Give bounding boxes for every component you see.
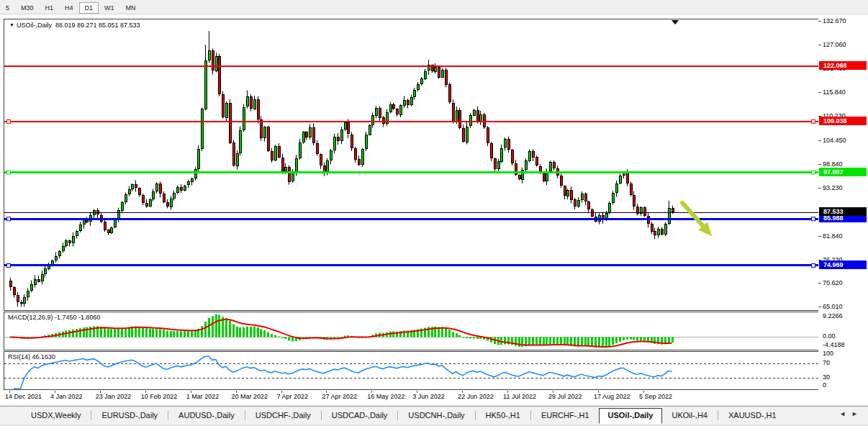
tab-usdcad-daily[interactable]: USDCAD-,Daily bbox=[322, 408, 397, 423]
price-tick-mark bbox=[818, 236, 821, 237]
tf-button-m30[interactable]: M30 bbox=[15, 2, 40, 14]
macd-canvas[interactable] bbox=[4, 312, 818, 350]
price-tick-label: 65.010 bbox=[823, 303, 843, 310]
tab-usdx-weekly[interactable]: USDX,Weekly bbox=[22, 408, 90, 423]
price-tick-mark bbox=[818, 283, 821, 284]
macd-axis-label: 0.00 bbox=[823, 332, 836, 340]
price-tick-label: 132.670 bbox=[823, 17, 846, 24]
date-tick-label: 23 Jan 2022 bbox=[96, 393, 132, 400]
rsi-axis-label: 100 bbox=[823, 350, 833, 357]
date-tick-label: 3 Jun 2022 bbox=[412, 393, 445, 400]
tab-eurusd-daily[interactable]: EURUSD-,Daily bbox=[92, 408, 167, 423]
price-tick-mark bbox=[818, 307, 821, 307]
tab-separator bbox=[397, 411, 398, 420]
rsi-canvas[interactable] bbox=[4, 352, 818, 389]
price-tick-label: 127.060 bbox=[823, 41, 846, 48]
tab-separator bbox=[321, 411, 322, 420]
macd-axis-label: -4.4188 bbox=[823, 341, 845, 348]
price-tick-label: 115.840 bbox=[823, 89, 846, 96]
tab-usdchf-daily[interactable]: USDCHF-,Daily bbox=[246, 408, 320, 423]
tf-button-5[interactable]: 5 bbox=[0, 2, 15, 14]
tab-ukoil-h4[interactable]: UKOil-,H4 bbox=[662, 408, 717, 423]
mt4-window: 5M30H1H4D1W1MN ▼USOil-,Daily 88.019 89.2… bbox=[0, 0, 868, 426]
date-axis[interactable]: 14 Dec 20214 Jan 202223 Jan 202210 Feb 2… bbox=[4, 391, 818, 404]
tf-button-mn[interactable]: MN bbox=[120, 2, 142, 14]
tab-scroll-arrows: ◄► bbox=[839, 410, 864, 417]
price-tick-mark bbox=[818, 164, 821, 165]
rsi-indicator-pane[interactable]: RSI(14) 46.1630 bbox=[4, 351, 819, 390]
chart-ohlc-values: 88.019 89.271 85.051 87.533 bbox=[55, 22, 140, 29]
tab-separator bbox=[475, 411, 476, 420]
date-tick-label: 16 May 2022 bbox=[367, 393, 404, 400]
tab-scroll-left-icon[interactable]: ◄ bbox=[839, 410, 851, 417]
date-tick-label: 4 Jan 2022 bbox=[50, 393, 83, 400]
timeframe-toolbar: 5M30H1H4D1W1MN bbox=[0, 0, 868, 14]
macd-indicator-pane[interactable]: MACD(12,26,9) -1.7450 -1.8060 bbox=[4, 312, 819, 350]
timeframe-buttons: 5M30H1H4D1W1MN bbox=[0, 0, 142, 14]
rsi-axis-label: 70 bbox=[823, 359, 830, 366]
price-tick-mark bbox=[818, 21, 821, 22]
tab-separator bbox=[168, 411, 168, 420]
price-badge-74.969: 74.969 bbox=[819, 260, 867, 269]
tab-separator bbox=[91, 411, 91, 420]
chart-title: ▼USOil-,Daily 88.019 89.271 85.051 87.53… bbox=[9, 22, 140, 29]
date-tick-label: 7 Apr 2022 bbox=[277, 393, 309, 400]
tab-scroll-right-icon[interactable]: ► bbox=[851, 410, 864, 417]
price-tick-label: 93.230 bbox=[823, 184, 843, 191]
price-tick-label: 98.840 bbox=[823, 160, 843, 168]
date-tick-label: 11 Jul 2022 bbox=[503, 393, 536, 400]
price-badge-122.068: 122.068 bbox=[819, 61, 867, 70]
price-tick-mark bbox=[818, 140, 821, 141]
tf-button-w1[interactable]: W1 bbox=[99, 2, 120, 14]
tab-eurchf-h1[interactable]: EURCHF-,H1 bbox=[532, 408, 599, 423]
date-tick-label: 5 Sep 2022 bbox=[639, 393, 672, 400]
price-tick-label: 70.620 bbox=[823, 279, 843, 286]
tab-separator bbox=[718, 411, 718, 420]
date-tick-label: 1 Mar 2022 bbox=[186, 393, 220, 400]
chart-shift-marker-icon bbox=[672, 20, 679, 24]
date-tick-label: 29 Jul 2022 bbox=[548, 393, 582, 400]
date-tick-label: 22 Jun 2022 bbox=[458, 393, 494, 400]
chevron-down-icon: ▼ bbox=[9, 22, 14, 27]
price-tick-mark bbox=[818, 92, 821, 93]
rsi-label: RSI(14) 46.1630 bbox=[8, 353, 55, 361]
date-tick-label: 20 Mar 2022 bbox=[232, 393, 268, 400]
price-badge-bid: 87.533 bbox=[819, 207, 867, 216]
tab-separator bbox=[530, 411, 531, 420]
tab-hk50-h1[interactable]: HK50-,H1 bbox=[476, 408, 530, 423]
price-badge-109.038: 109.038 bbox=[819, 117, 867, 125]
tab-xauusd-h1[interactable]: XAUUSD-,H1 bbox=[719, 408, 786, 423]
rsi-axis-label: 30 bbox=[823, 373, 830, 381]
tab-usoil-daily[interactable]: USOil-,Daily bbox=[599, 408, 663, 424]
tab-separator bbox=[245, 411, 245, 420]
rsi-axis-label: 0 bbox=[823, 381, 826, 389]
tf-button-h1[interactable]: H1 bbox=[40, 2, 60, 14]
date-tick-label: 17 Aug 2022 bbox=[594, 393, 630, 400]
price-chart-pane[interactable]: ▼USOil-,Daily 88.019 89.271 85.051 87.53… bbox=[4, 19, 819, 311]
price-tick-mark bbox=[818, 45, 821, 45]
price-badge-97.007: 97.007 bbox=[819, 168, 867, 176]
price-axis[interactable]: 132.670127.060121.450115.840110.230104.4… bbox=[818, 14, 868, 404]
chart-symbol-label: USOil-,Daily bbox=[17, 22, 52, 29]
date-tick-label: 14 Dec 2021 bbox=[5, 393, 42, 400]
date-tick-label: 10 Feb 2022 bbox=[141, 393, 178, 400]
chart-tab-bar: USDX,WeeklyEURUSD-,DailyAUDUSD-,DailyUSD… bbox=[0, 406, 868, 425]
price-tick-label: 81.840 bbox=[823, 232, 843, 240]
tab-audusd-daily[interactable]: AUDUSD-,Daily bbox=[169, 408, 244, 423]
price-tick-label: 104.450 bbox=[823, 137, 846, 144]
price-tick-mark bbox=[818, 188, 821, 189]
macd-axis-label: 9.2266 bbox=[823, 312, 843, 320]
tf-button-h4[interactable]: H4 bbox=[59, 2, 79, 14]
tab-usdcnh-daily[interactable]: USDCNH-,Daily bbox=[399, 408, 474, 423]
macd-label: MACD(12,26,9) -1.7450 -1.8060 bbox=[8, 314, 101, 321]
date-tick-label: 27 Apr 2022 bbox=[322, 393, 357, 400]
tf-button-d1[interactable]: D1 bbox=[79, 2, 99, 14]
price-chart-canvas[interactable] bbox=[4, 19, 818, 310]
